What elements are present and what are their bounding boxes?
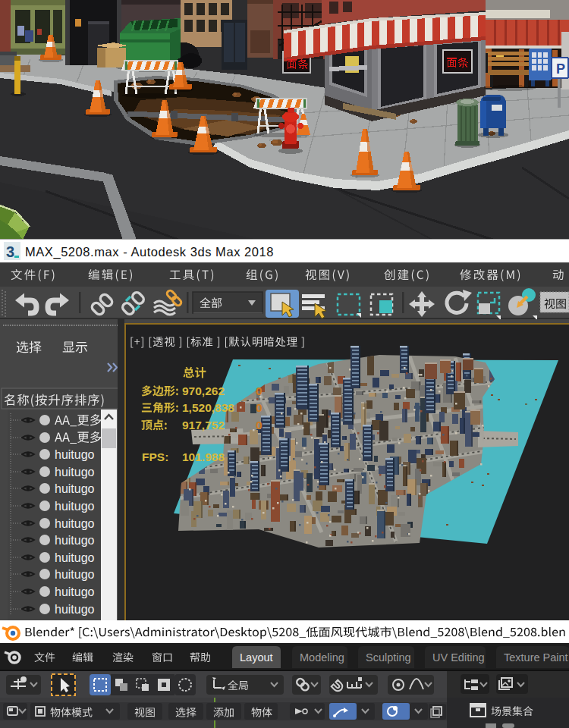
svg-text:917,752: 917,752 [182, 419, 225, 431]
svg-text:Modeling: Modeling [300, 651, 344, 664]
svg-text:0: 0 [256, 384, 262, 397]
svg-text:Sculpting: Sculpting [366, 651, 411, 664]
svg-text:970,262: 970,262 [182, 384, 225, 397]
svg-text:1,520,838: 1,520,838 [182, 401, 234, 414]
svg-text:Texture Paint: Texture Paint [504, 651, 568, 664]
svg-text:101.988: 101.988 [182, 450, 225, 463]
svg-text:FPS:: FPS: [142, 450, 168, 463]
svg-text:0: 0 [256, 401, 262, 414]
svg-text:Layout: Layout [240, 651, 273, 664]
svg-text:UV Editing: UV Editing [432, 651, 485, 664]
svg-text:0: 0 [256, 419, 262, 431]
